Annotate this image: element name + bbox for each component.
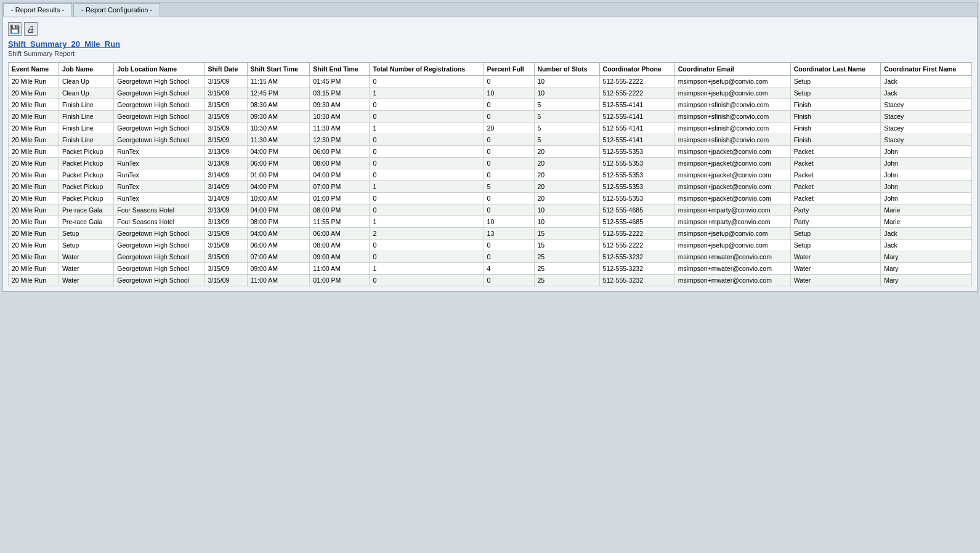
table-cell: 01:00 PM <box>310 275 370 286</box>
table-cell: 0 <box>484 169 534 181</box>
table-cell: 07:00 AM <box>247 251 310 263</box>
table-cell: 0 <box>370 240 484 251</box>
tab-report-results[interactable]: - Report Results - <box>3 3 72 17</box>
table-cell: 20 Mile Run <box>9 134 59 146</box>
table-cell: Georgetown High School <box>114 240 205 251</box>
table-cell: 512-555-5353 <box>599 193 674 204</box>
table-cell: John <box>881 158 972 169</box>
report-subtitle: Shift Summary Report <box>8 50 972 57</box>
save-button[interactable]: 💾 <box>8 22 22 36</box>
table-cell: Jack <box>881 87 972 99</box>
table-cell: 5 <box>484 181 534 193</box>
table-cell: Setup <box>59 240 113 251</box>
table-cell: Water <box>790 275 880 286</box>
table-cell: 11:30 AM <box>310 123 370 134</box>
table-cell: 0 <box>484 99 534 111</box>
table-cell: 512-555-4141 <box>599 123 674 134</box>
table-cell: msimpson+sfinish@convio.com <box>674 123 790 134</box>
table-row: 20 Mile RunFinish LineGeorgetown High Sc… <box>9 123 972 134</box>
col-total-registrations: Total Number of Registrations <box>370 63 484 76</box>
table-cell: 3/15/09 <box>205 134 247 146</box>
table-cell: 0 <box>484 251 534 263</box>
table-cell: msimpson+mparty@convio.com <box>674 204 790 216</box>
table-cell: Pre-race Gala <box>59 216 113 228</box>
table-cell: 0 <box>370 204 484 216</box>
table-cell: 10:00 AM <box>247 193 310 204</box>
table-cell: 20 Mile Run <box>9 181 59 193</box>
table-cell: Setup <box>790 240 880 251</box>
table-cell: 0 <box>370 158 484 169</box>
table-cell: 3/15/09 <box>205 76 247 87</box>
table-cell: 08:00 AM <box>310 240 370 251</box>
table-cell: 0 <box>484 204 534 216</box>
table-cell: John <box>881 169 972 181</box>
table-cell: 01:45 PM <box>310 76 370 87</box>
table-cell: 0 <box>484 134 534 146</box>
table-cell: 3/15/09 <box>205 228 247 240</box>
table-cell: 11:30 AM <box>247 134 310 146</box>
table-cell: 3/15/09 <box>205 263 247 275</box>
table-cell: Setup <box>59 228 113 240</box>
table-cell: 3/15/09 <box>205 99 247 111</box>
table-cell: 20 Mile Run <box>9 158 59 169</box>
table-row: 20 Mile RunPacket PickupRunTex3/14/0910:… <box>9 193 972 204</box>
table-cell: 512-555-3232 <box>599 251 674 263</box>
table-cell: 3/15/09 <box>205 123 247 134</box>
table-cell: 0 <box>370 134 484 146</box>
table-cell: msimpson+mparty@convio.com <box>674 216 790 228</box>
table-cell: msimpson+sfinish@convio.com <box>674 99 790 111</box>
table-cell: Setup <box>790 76 880 87</box>
col-shift-date: Shift Date <box>205 63 247 76</box>
table-cell: RunTex <box>114 169 205 181</box>
table-cell: 0 <box>370 99 484 111</box>
table-cell: 11:00 AM <box>247 275 310 286</box>
table-cell: 0 <box>370 275 484 286</box>
tab-report-configuration[interactable]: - Report Configuration - <box>73 3 160 17</box>
table-cell: 0 <box>370 251 484 263</box>
table-cell: 11:00 AM <box>310 263 370 275</box>
table-cell: 08:00 PM <box>310 158 370 169</box>
table-row: 20 Mile RunSetupGeorgetown High School3/… <box>9 228 972 240</box>
table-cell: 20 Mile Run <box>9 193 59 204</box>
table-row: 20 Mile RunPacket PickupRunTex3/14/0901:… <box>9 169 972 181</box>
table-cell: 512-555-2222 <box>599 228 674 240</box>
table-cell: Finish <box>790 123 880 134</box>
col-shift-end: Shift End Time <box>310 63 370 76</box>
table-cell: 512-555-4141 <box>599 99 674 111</box>
table-row: 20 Mile RunPacket PickupRunTex3/13/0904:… <box>9 146 972 158</box>
table-cell: Finish Line <box>59 134 113 146</box>
table-cell: 20 Mile Run <box>9 251 59 263</box>
table-cell: Georgetown High School <box>114 111 205 123</box>
table-cell: 20 Mile Run <box>9 76 59 87</box>
table-cell: John <box>881 193 972 204</box>
table-cell: Jack <box>881 76 972 87</box>
table-row: 20 Mile RunWaterGeorgetown High School3/… <box>9 275 972 286</box>
col-event-name: Event Name <box>9 63 59 76</box>
table-cell: 20 Mile Run <box>9 99 59 111</box>
table-cell: 512-555-5353 <box>599 146 674 158</box>
table-cell: 3/15/09 <box>205 275 247 286</box>
table-cell: msimpson+jsetup@convio.com <box>674 228 790 240</box>
table-cell: Pre-race Gala <box>59 204 113 216</box>
table-cell: 0 <box>484 76 534 87</box>
table-cell: 10:30 AM <box>247 123 310 134</box>
table-cell: 3/13/09 <box>205 146 247 158</box>
table-cell: msimpson+jpacket@convio.com <box>674 158 790 169</box>
col-coord-phone: Coordinator Phone <box>599 63 674 76</box>
table-row: 20 Mile RunFinish LineGeorgetown High Sc… <box>9 134 972 146</box>
table-cell: 04:00 PM <box>247 204 310 216</box>
table-cell: RunTex <box>114 193 205 204</box>
table-cell: 12:45 PM <box>247 87 310 99</box>
table-cell: 512-555-2222 <box>599 87 674 99</box>
table-row: 20 Mile RunSetupGeorgetown High School3/… <box>9 240 972 251</box>
table-cell: Georgetown High School <box>114 123 205 134</box>
table-cell: RunTex <box>114 146 205 158</box>
export-button[interactable]: 🖨 <box>24 22 38 36</box>
table-cell: 20 Mile Run <box>9 146 59 158</box>
table-cell: Four Seasons Hotel <box>114 204 205 216</box>
table-cell: 20 Mile Run <box>9 87 59 99</box>
table-cell: 10:30 AM <box>310 111 370 123</box>
table-cell: 3/13/09 <box>205 204 247 216</box>
table-cell: Four Seasons Hotel <box>114 216 205 228</box>
table-cell: Georgetown High School <box>114 76 205 87</box>
